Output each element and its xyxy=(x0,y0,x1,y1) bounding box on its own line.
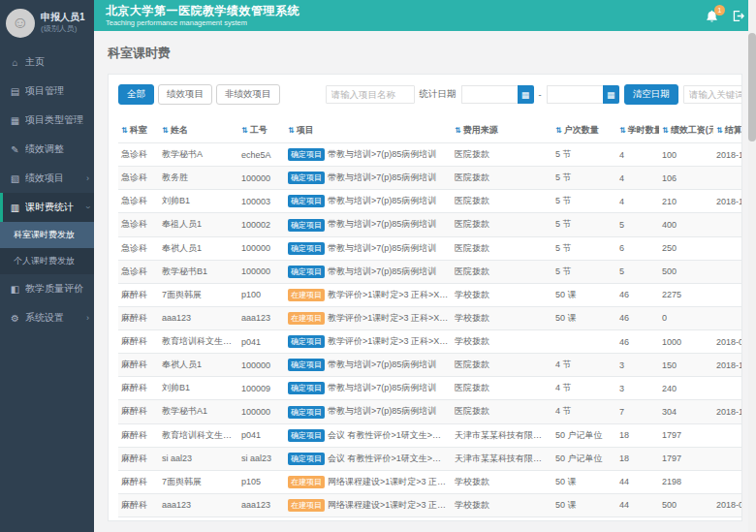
cell-qty: 50 课 xyxy=(552,470,616,493)
cell-id: 100000 xyxy=(238,260,285,283)
column-header[interactable]: ⇅项目 xyxy=(285,118,452,143)
project-name-input[interactable] xyxy=(326,85,415,104)
sidebar-item[interactable]: ▦项目类型管理 xyxy=(0,106,94,135)
table-row: 麻醉科奉祺人员1100000确定项目带教与培训>7(p)85病例培训医院拨款4 … xyxy=(118,354,742,377)
filter-type-button[interactable]: 非绩效项目 xyxy=(216,84,280,105)
type-button-group: 全部绩效项目非绩效项目 xyxy=(118,84,280,105)
sidebar-item[interactable]: ▤项目管理 xyxy=(0,77,94,106)
cell-project: 确定项目学生活动>项目实施-奖金-学员 xyxy=(285,517,452,522)
table-row: 麻醉科7面舆韩展p105在建项目网络课程建设>1课时定>3 正科>X 学员学校拨… xyxy=(118,470,742,493)
cell-hours: 4 xyxy=(616,190,659,213)
cell-salary: 240 xyxy=(659,377,713,400)
column-header[interactable]: ⇅绩效工资(元) xyxy=(659,118,713,143)
cell-qty: 50 线培训费-奖金-学员 xyxy=(552,517,616,522)
column-header[interactable]: ⇅费用来源 xyxy=(452,118,552,143)
sidebar-subitem[interactable]: 科室课时费发放 xyxy=(0,222,94,248)
cell-salary: 100 xyxy=(659,143,713,167)
chart-icon: ▧ xyxy=(10,173,20,184)
cell-project: 在建项目教学评价>1课时定>3 正科>X 无级别人 xyxy=(285,306,452,329)
column-header[interactable]: ⇅户次数量 xyxy=(552,118,616,143)
cell-name: 教学秘书A1 xyxy=(159,400,238,423)
cell-qty: 50 课 xyxy=(552,493,616,516)
cell-qty: 4 节 xyxy=(552,400,616,423)
project-status-badge: 确定项目 xyxy=(288,382,325,394)
logout-icon[interactable] xyxy=(732,10,744,22)
cell-qty: 50 课 xyxy=(552,283,616,306)
cell-id: si aal23 xyxy=(238,447,285,470)
content: 科室课时费 全部绩效项目非绩效项目 统计日期 ▦ - ▦ 清空日期 xyxy=(94,31,756,532)
cell-project: 确定项目带教与培训>7(p)85病例培训 xyxy=(285,167,452,190)
column-header[interactable]: ⇅工号 xyxy=(238,118,285,143)
sidebar-item[interactable]: ▥课时费统计› xyxy=(0,193,94,222)
vertical-scrollbar[interactable] xyxy=(748,0,756,532)
gear-icon: ⚙ xyxy=(10,313,20,324)
quality-icon: ◧ xyxy=(10,284,20,295)
project-status-badge: 确定项目 xyxy=(288,359,325,371)
cell-dept: 麻醉科 xyxy=(118,517,159,522)
sort-icon: ⇅ xyxy=(121,126,128,135)
cell-name: 教育培训科文生办公室A xyxy=(159,330,238,354)
user-block[interactable]: ☺ 申报人员1 (级别人员) xyxy=(0,0,94,47)
cell-dept: 麻醉科 xyxy=(118,283,159,306)
date-from-input[interactable] xyxy=(461,85,518,104)
page-title: 科室课时费 xyxy=(108,45,742,62)
clear-date-button[interactable]: 清空日期 xyxy=(624,84,678,105)
sidebar: ☺ 申报人员1 (级别人员) ⌂主页▤项目管理▦项目类型管理✎绩效调整▧绩效项目… xyxy=(0,0,94,532)
cell-qty: 5 节 xyxy=(552,213,616,236)
table-row: 麻醉科教育培训科文生办公室Ap041确定项目会议 有教性评价>1研文生>奖金>指… xyxy=(118,423,742,447)
column-header[interactable]: ⇅科室 xyxy=(118,118,159,143)
sidebar-item[interactable]: ✎绩效调整 xyxy=(0,135,94,164)
project-status-badge: 在建项目 xyxy=(288,289,325,301)
calendar-icon[interactable]: ▦ xyxy=(518,85,534,104)
sidebar-item-label: 项目类型管理 xyxy=(25,113,89,127)
cell-id: 100000 xyxy=(238,354,285,377)
date-to-input[interactable] xyxy=(547,85,603,104)
cell-hours: 44 xyxy=(616,470,659,493)
home-icon: ⌂ xyxy=(10,57,20,68)
cell-date xyxy=(713,517,742,522)
cell-project: 确定项目教学评价>1课时定>3 正科>X 无级别人 xyxy=(285,330,452,354)
scrollbar-thumb[interactable] xyxy=(748,33,756,141)
chevron-right-icon: › xyxy=(86,313,89,323)
cell-hours: 3 xyxy=(616,377,659,400)
calendar-icon[interactable]: ▦ xyxy=(603,85,619,104)
cell-dept: 麻醉科 xyxy=(118,493,159,516)
sort-icon: ⇅ xyxy=(619,126,626,135)
cell-name: 教学秘书B1 xyxy=(159,260,238,283)
cell-date: 2018-06-30 00:00:00 xyxy=(713,330,742,354)
cell-id: p105 xyxy=(238,470,285,493)
table-row: 麻醉科教学秘书A1100000确定项目带教与培训>7(p)85病例培训医院拨款4… xyxy=(118,400,742,423)
cell-qty: 50 户记单位 xyxy=(552,447,616,470)
column-header[interactable]: ⇅结算日期 xyxy=(713,118,742,143)
column-header[interactable]: ⇅学时数量 xyxy=(616,118,659,143)
cell-project: 确定项目带教与培训>7(p)85病例培训 xyxy=(285,400,452,423)
cell-salary: 0 xyxy=(659,306,713,329)
project-status-badge: 确定项目 xyxy=(288,242,325,255)
cell-date xyxy=(713,470,742,493)
sidebar-item[interactable]: ▧绩效项目› xyxy=(0,164,94,193)
sidebar-item[interactable]: ◧教学质量评价 xyxy=(0,274,94,303)
cell-hours: 18 xyxy=(616,423,659,447)
app-title: 北京大学第一医院教学绩效管理系统 xyxy=(106,4,299,17)
column-header[interactable]: ⇅姓名 xyxy=(159,118,238,143)
cell-project: 确定项目会议 有教性评价>1研文生>奖金>指导科 xyxy=(285,447,452,470)
sidebar-item[interactable]: ⚙系统设置› xyxy=(0,303,94,332)
sort-icon: ⇅ xyxy=(662,126,669,135)
cell-source: 学校拨款 xyxy=(452,306,552,329)
sidebar-item[interactable]: ⌂主页 xyxy=(0,47,94,77)
keyword-search-input[interactable] xyxy=(683,85,742,104)
filter-type-button[interactable]: 全部 xyxy=(118,84,154,105)
cell-qty: 5 节 xyxy=(552,143,616,167)
table-row: 麻醉科aaa123aaa123在建项目网络课程建设>1课时定>3 正科>X 学员… xyxy=(118,493,742,516)
date-separator: - xyxy=(539,89,542,100)
sidebar-subitem[interactable]: 个人课时费发放 xyxy=(0,248,94,274)
cell-hours: 4 xyxy=(616,167,659,190)
cell-dept: 麻醉科 xyxy=(118,330,159,354)
cell-id: 100000 xyxy=(238,167,285,190)
cell-qty: 50 户记单位 xyxy=(552,423,616,447)
cell-name: 教育培训科文生办公室A xyxy=(159,517,238,522)
notification-bell-icon[interactable]: 1 xyxy=(706,10,718,22)
project-status-badge: 在建项目 xyxy=(288,312,325,325)
cell-source: 医院拨款 xyxy=(452,260,552,283)
filter-type-button[interactable]: 绩效项目 xyxy=(158,84,212,105)
